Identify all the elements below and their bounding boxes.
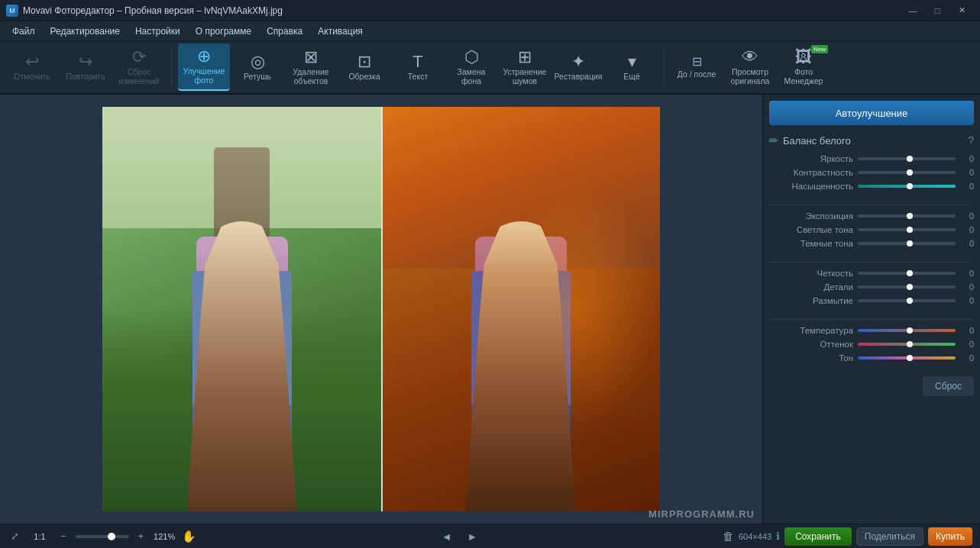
shadows-slider[interactable]: [858, 242, 956, 245]
prev-photo-button[interactable]: ◄: [437, 529, 457, 544]
maximize-button[interactable]: □: [925, 0, 949, 21]
hue-row: Оттенок 0: [769, 340, 974, 349]
contrast-slider[interactable]: [858, 171, 956, 174]
bottom-left: ⤢ 1:1 − + 121% ✋: [8, 529, 196, 543]
info-icon[interactable]: ℹ: [776, 530, 780, 542]
sharpness-row: Четкость 0: [769, 269, 974, 278]
zoom-ratio: 1:1: [28, 532, 51, 541]
crop-button[interactable]: ⊡ Обрезка: [338, 44, 390, 91]
hue-slider[interactable]: [858, 343, 956, 346]
barn-left: [214, 147, 270, 249]
girl-left: [189, 229, 296, 511]
tone-row: Тон 0: [769, 353, 974, 363]
blur-row: Размытие 0: [769, 296, 974, 305]
next-photo-button[interactable]: ►: [463, 529, 483, 544]
shadows-row: Темные тона 0: [769, 239, 974, 248]
temperature-slider[interactable]: [858, 329, 956, 332]
menu-activate[interactable]: Активация: [310, 23, 370, 40]
remove-objects-button[interactable]: ⊠ Удаление объектов: [285, 44, 337, 91]
zoom-in-button[interactable]: +: [135, 529, 147, 543]
details-slider[interactable]: [858, 285, 956, 289]
bottom-right: 🗑 604×443 ℹ Сохранить Поделиться Купить: [723, 527, 972, 546]
brightness-label: Яркость: [769, 154, 853, 163]
sky-right: [381, 107, 660, 269]
exposure-slider[interactable]: [858, 214, 956, 218]
zoom-slider[interactable]: [76, 535, 129, 538]
bg-replace-button[interactable]: ⬡ Замена фона: [445, 44, 497, 91]
window-title: Movavi Фоторедактор – Пробная версия – l…: [23, 5, 283, 16]
before-after-icon: ⊟: [692, 56, 702, 68]
saturation-label: Насыщенность: [769, 182, 853, 191]
fit-button[interactable]: ⤢: [8, 529, 22, 543]
toolbar-separator-1: [171, 48, 172, 86]
highlights-row: Светлые тона 0: [769, 225, 974, 234]
tone-label: Тон: [769, 353, 853, 363]
retouch-button[interactable]: ◎ Ретушь: [231, 44, 283, 91]
photo-before: [102, 107, 381, 511]
blur-label: Размытие: [769, 296, 853, 305]
text-icon: T: [412, 53, 422, 70]
sep-1: [769, 205, 974, 205]
menu-help[interactable]: Справка: [259, 23, 310, 40]
bottom-bar: ⤢ 1:1 − + 121% ✋ ◄ ► 🗑 604×443 ℹ Сохрани…: [0, 524, 980, 548]
before-after-button[interactable]: ⊟ До / после: [671, 44, 723, 91]
zoom-thumb: [108, 533, 115, 540]
retouch-icon: ◎: [251, 53, 265, 70]
undo-button[interactable]: ↩ Отменить: [6, 44, 58, 91]
zoom-out-button[interactable]: −: [57, 529, 70, 543]
remove-icon: ⊠: [304, 49, 318, 66]
delete-icon[interactable]: 🗑: [723, 530, 734, 543]
redo-icon: ↪: [79, 53, 92, 70]
saturation-row: Насыщенность 0: [769, 182, 974, 191]
blur-slider[interactable]: [858, 299, 956, 302]
highlights-slider[interactable]: [858, 228, 956, 231]
new-badge: New: [811, 45, 828, 53]
auto-enhance-button[interactable]: Автоулучшение: [769, 101, 974, 125]
menu-bar: Файл Редактирование Настройки О программ…: [0, 21, 980, 41]
canvas-area[interactable]: MIRPROGRAMM.RU: [0, 95, 762, 524]
brightness-value: 0: [960, 154, 974, 163]
exposure-value: 0: [960, 211, 974, 221]
help-icon[interactable]: ?: [968, 134, 974, 147]
restore-button[interactable]: ✦ Реставрация: [552, 44, 604, 91]
menu-about[interactable]: О программе: [188, 23, 259, 40]
reset-button[interactable]: ⟳ Сброс изменений: [113, 44, 165, 91]
save-button[interactable]: Сохранить: [784, 527, 852, 546]
redo-button[interactable]: ↪ Повторить: [60, 44, 112, 91]
sharpness-slider[interactable]: [858, 272, 956, 275]
nav-controls: ◄ ►: [437, 529, 483, 544]
saturation-slider[interactable]: [858, 185, 956, 188]
restore-icon: ✦: [571, 53, 585, 70]
minimize-button[interactable]: —: [901, 0, 925, 21]
denoise-button[interactable]: ⊞ Устранение шумов: [499, 44, 551, 91]
menu-settings[interactable]: Настройки: [128, 23, 188, 40]
reset-icon: ⟳: [132, 49, 146, 66]
pan-tool-icon[interactable]: ✋: [182, 530, 196, 543]
view-original-button[interactable]: 👁 Просмотр оригинала: [724, 44, 776, 91]
menu-edit[interactable]: Редактирование: [43, 23, 128, 40]
reset-sliders-button[interactable]: Сброс: [923, 376, 974, 396]
title-bar: M Movavi Фоторедактор – Пробная версия –…: [0, 0, 980, 21]
split-divider[interactable]: [381, 107, 383, 511]
brightness-slider[interactable]: [858, 157, 956, 160]
details-value: 0: [960, 282, 974, 292]
shadows-value: 0: [960, 239, 974, 248]
temperature-value: 0: [960, 326, 974, 335]
text-button[interactable]: T Текст: [392, 44, 444, 91]
saturation-value: 0: [960, 182, 974, 191]
more-button[interactable]: ▾ Ещё: [606, 44, 658, 91]
tone-slider[interactable]: [858, 356, 956, 359]
buy-button[interactable]: Купить: [928, 527, 972, 546]
hue-value: 0: [960, 340, 974, 349]
enhance-button[interactable]: ⊕ Улучшение фото: [178, 44, 230, 91]
blur-value: 0: [960, 296, 974, 305]
crop-icon: ⊡: [357, 53, 371, 70]
close-button[interactable]: ✕: [949, 0, 974, 21]
enhance-icon: ⊕: [197, 48, 211, 65]
menu-file[interactable]: Файл: [5, 23, 43, 40]
sep-2: [769, 262, 974, 263]
share-button[interactable]: Поделиться: [856, 527, 923, 546]
denoise-icon: ⊞: [518, 49, 532, 66]
field-left: [102, 309, 381, 511]
white-balance-title: ✏ Баланс белого: [769, 134, 851, 147]
